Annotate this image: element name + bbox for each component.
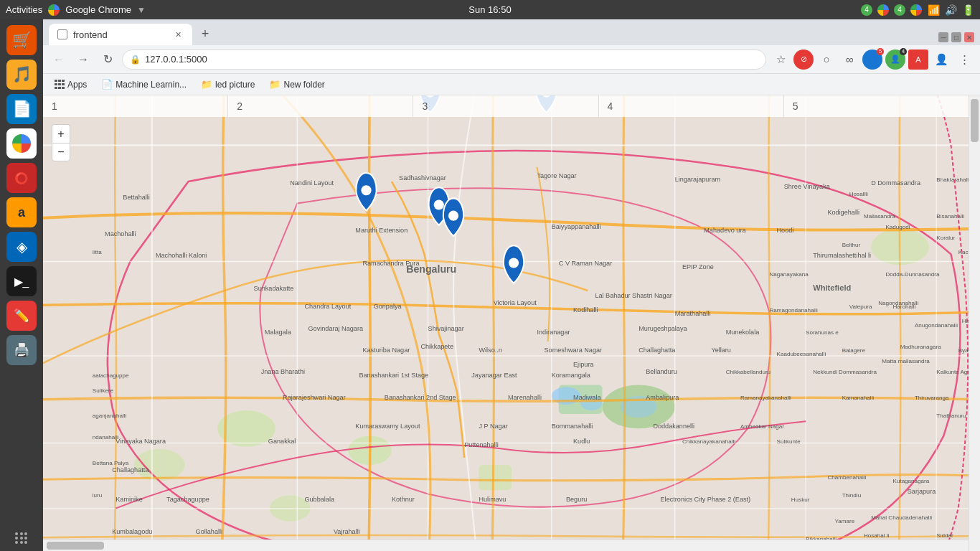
sidebar-app-store[interactable]: 🛒 — [6, 25, 37, 55]
svg-text:D Dommasandra: D Dommasandra — [871, 179, 921, 187]
apps-label: Apps — [67, 80, 87, 90]
forward-button[interactable]: → — [73, 50, 93, 70]
svg-text:Sunkadakatte: Sunkadakatte — [254, 285, 294, 292]
extension-icon-1[interactable]: ⊘ — [793, 50, 814, 70]
svg-text:Kumaraswamy Layout: Kumaraswamy Layout — [355, 423, 420, 430]
svg-text:Belthur: Belthur — [842, 242, 861, 248]
chrome-menu-button[interactable]: ⋮ — [954, 50, 974, 70]
svg-text:Thirumalashettihal li: Thirumalashettihal li — [813, 252, 871, 259]
svg-text:Rajarajeshwari Nagar: Rajarajeshwari Nagar — [283, 394, 346, 401]
sidebar-writer[interactable]: 📄 — [6, 94, 37, 124]
svg-text:Electronics City Phase 2 (East: Electronics City Phase 2 (East) — [661, 496, 751, 503]
extension-icon-6[interactable]: A — [908, 50, 928, 70]
svg-text:Mahadevo ura: Mahadevo ura — [704, 227, 746, 234]
activities-button[interactable]: Activities — [6, 4, 42, 15]
svg-text:Ramanayakanahalli: Ramanayakanahalli — [740, 395, 791, 401]
sidebar-printer[interactable]: 🖨️ — [6, 335, 37, 365]
svg-text:Kodigehalli: Kodigehalli — [827, 209, 859, 216]
svg-text:Hosallli: Hosallli — [849, 191, 868, 197]
svg-text:Mallasandra: Mallasandra — [864, 213, 896, 220]
svg-text:Bisanahalli: Bisanahalli — [936, 213, 964, 220]
svg-text:Ramagondanahalli: Ramagondanahalli — [769, 307, 818, 314]
reload-button[interactable]: ↻ — [98, 50, 118, 70]
svg-text:Siddar: Siddar — [936, 532, 953, 539]
profile-icon[interactable]: 👤 — [931, 50, 951, 70]
window-close[interactable]: ✕ — [964, 32, 974, 42]
bookmark-machine-learning[interactable]: 📄 Machine Learnin... — [95, 77, 192, 91]
svg-text:Chikkabellanduru: Chikkabellanduru — [726, 369, 771, 375]
svg-text:Beguru: Beguru — [566, 496, 587, 503]
svg-text:Hosahal li: Hosahal li — [864, 532, 890, 539]
sidebar-chrome[interactable] — [6, 128, 37, 159]
system-tray: 4 4 📶 🔊 🔋 — [861, 4, 974, 17]
map-vertical-scrollbar[interactable] — [969, 95, 980, 551]
bookmark-new-folder[interactable]: 📁 New folder — [263, 77, 330, 91]
toolbar-actions: ☆ ⊘ ○ ∞ 👤 5 👤 4 A 👤 ⋮ — [771, 50, 974, 70]
map-horizontal-scrollbar[interactable] — [43, 540, 969, 551]
svg-text:Ejipura: Ejipura — [573, 361, 594, 368]
svg-text:Tagachaguppe: Tagachaguppe — [166, 496, 209, 503]
bookmark-led-picture[interactable]: 📁 led picture — [195, 77, 260, 91]
system-clock: Sun 16:50 — [468, 4, 511, 15]
svg-rect-5 — [479, 465, 512, 490]
bookmark-label-2: led picture — [215, 80, 255, 90]
svg-text:C V Raman Nagar: C V Raman Nagar — [559, 260, 612, 267]
sidebar-music[interactable]: 🎵 — [6, 60, 37, 90]
new-tab-button[interactable]: + — [195, 24, 215, 44]
window-minimize[interactable]: ─ — [938, 32, 948, 42]
svg-text:Lal Bahadur Shastri Nagar: Lal Bahadur Shastri Nagar — [595, 292, 672, 299]
svg-text:Nandini Layout: Nandini Layout — [290, 179, 334, 187]
map-container[interactable]: 1 2 3 4 5 — [43, 95, 980, 551]
bookmark-star-icon[interactable]: ☆ — [771, 50, 791, 70]
svg-text:Yellaru: Yellaru — [711, 347, 731, 354]
svg-text:Puttenahalli: Puttenahalli — [464, 441, 499, 448]
extension-icon-4[interactable]: 👤 5 — [862, 50, 882, 70]
badge-4-left: 4 — [861, 4, 872, 16]
address-bar[interactable]: 🔒 127.0.0.1:5000 — [122, 50, 766, 70]
dropdown-arrow[interactable]: ▼ — [137, 5, 146, 15]
svg-text:Sarjapura: Sarjapura — [908, 488, 936, 495]
svg-text:Thindlu: Thindlu — [842, 492, 861, 499]
back-button[interactable]: ← — [49, 50, 69, 70]
svg-text:Govindaraj Nagara: Govindaraj Nagara — [308, 325, 364, 332]
chrome-window: frontend ✕ + ─ □ ✕ ← → ↻ 🔒 127.0.0.1:500… — [43, 19, 980, 551]
sidebar-vscode[interactable]: ◈ — [6, 232, 37, 262]
sidebar-app5[interactable]: ⭕ — [6, 163, 37, 193]
sidebar-amazon[interactable]: a — [6, 197, 37, 227]
svg-text:Naganayakana: Naganayakana — [769, 271, 809, 278]
zoom-in-button[interactable]: + — [52, 124, 70, 143]
browser-tab-frontend[interactable]: frontend ✕ — [49, 24, 192, 45]
window-maximize[interactable]: □ — [951, 32, 961, 42]
svg-text:Bettahalli: Bettahalli — [123, 194, 149, 201]
svg-text:Valepura: Valepura — [849, 303, 872, 310]
svg-text:Marenahalli: Marenahalli — [508, 394, 542, 401]
svg-text:J P Nagar: J P Nagar — [479, 423, 507, 430]
svg-text:Jayanagar East: Jayanagar East — [471, 372, 517, 379]
extension-icon-2[interactable]: ○ — [816, 50, 837, 70]
tab-close-button[interactable]: ✕ — [172, 29, 184, 40]
svg-text:Thiruvaranga: Thiruvaranga — [915, 395, 949, 401]
svg-text:Challaghatta: Challaghatta — [639, 347, 676, 354]
svg-text:Bommanahalli: Bommanahalli — [552, 423, 593, 430]
svg-text:Jnana Bharathi: Jnana Bharathi — [261, 368, 305, 375]
svg-text:Hoodi: Hoodi — [777, 227, 794, 234]
apps-bookmark[interactable]: Apps — [49, 78, 93, 91]
svg-text:Kamanahalli: Kamanahalli — [842, 395, 875, 401]
sidebar-terminal[interactable]: ▶_ — [6, 266, 37, 296]
svg-text:Bhaktarahalli: Bhaktarahalli — [936, 176, 970, 183]
svg-text:aganjanahalli: aganjanahalli — [93, 413, 127, 419]
svg-text:Kutaganagara: Kutaganagara — [893, 478, 930, 484]
svg-text:luru: luru — [93, 492, 102, 499]
sidebar-notes[interactable]: ✏️ — [6, 301, 37, 331]
extension-icon-3[interactable]: ∞ — [839, 50, 859, 70]
tab-bar: frontend ✕ + ─ □ ✕ — [43, 19, 980, 45]
map-tiles: Bettahalli Nandini Layout Sadhashivnagar… — [43, 95, 980, 551]
svg-text:Madhuranagara: Madhuranagara — [900, 344, 942, 350]
svg-text:ndanahalli: ndanahalli — [93, 434, 119, 441]
zoom-out-button[interactable]: − — [52, 143, 70, 161]
svg-text:Kaadubeesanahalli: Kaadubeesanahalli — [777, 351, 826, 357]
browser-toolbar: ← → ↻ 🔒 127.0.0.1:5000 ☆ ⊘ ○ ∞ 👤 5 👤 4 A… — [43, 45, 980, 74]
svg-text:Chikkanayakanahalli: Chikkanayakanahalli — [682, 438, 735, 445]
extension-icon-5[interactable]: 👤 4 — [885, 50, 905, 70]
sidebar-show-apps[interactable] — [15, 532, 28, 544]
